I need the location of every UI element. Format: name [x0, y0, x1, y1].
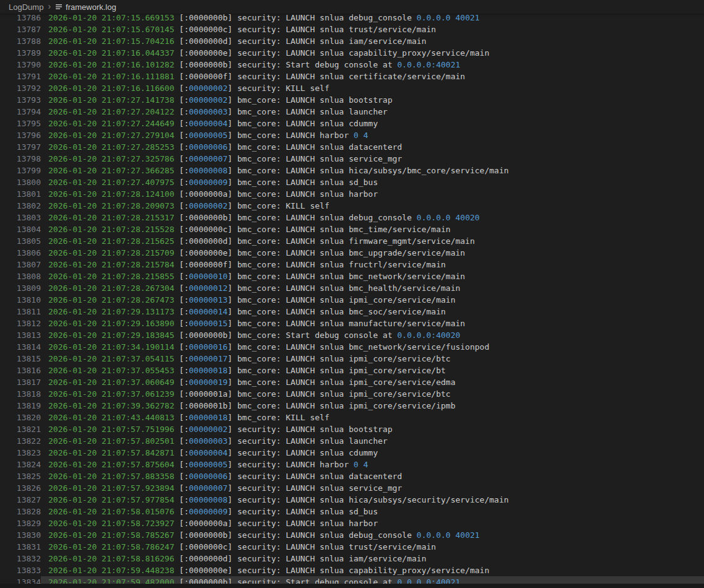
log-line[interactable]: 138082026-01-20 21:07:28.215855 [:000000… [0, 270, 704, 282]
breadcrumb-file[interactable]: framework.log [66, 2, 116, 12]
log-line[interactable]: 138052026-01-20 21:07:28.215625 [:000000… [0, 235, 704, 247]
log-text: 2026-01-20 21:07:58.816296 [:0000000d] s… [41, 553, 704, 564]
log-line[interactable]: 137942026-01-20 21:07:27.204122 [:000000… [0, 106, 704, 118]
log-line[interactable]: 138062026-01-20 21:07:28.215709 [:000000… [0, 247, 704, 259]
log-text: 2026-01-20 21:07:27.407975 [:00000009] b… [41, 176, 704, 188]
log-line[interactable]: 137922026-01-20 21:07:16.116600 [:000000… [0, 82, 704, 94]
log-text: 2026-01-20 21:07:57.977854 [:00000008] s… [41, 494, 704, 506]
line-number: 13830 [0, 529, 41, 541]
log-line[interactable]: 138272026-01-20 21:07:57.977854 [:000000… [0, 494, 704, 506]
line-number: 13825 [0, 470, 41, 482]
log-file-icon [55, 3, 63, 11]
log-text: 2026-01-20 21:07:58.785267 [:0000000b] s… [41, 529, 704, 541]
log-text: 2026-01-20 21:07:34.190114 [:00000016] b… [41, 341, 704, 353]
log-line[interactable]: 137892026-01-20 21:07:16.044337 [:000000… [0, 47, 704, 59]
scrollbar-horizontal[interactable] [0, 584, 704, 588]
line-number: 13802 [0, 200, 41, 212]
log-line[interactable]: 138252026-01-20 21:07:57.883358 [:000000… [0, 470, 704, 482]
log-line[interactable]: 138192026-01-20 21:07:39.362782 [:000000… [0, 400, 704, 412]
log-line[interactable]: 138292026-01-20 21:07:58.723927 [:000000… [0, 517, 704, 529]
log-line[interactable]: 138162026-01-20 21:07:37.055453 [:000000… [0, 365, 704, 376]
line-number: 13813 [0, 329, 41, 341]
log-line[interactable]: 138222026-01-20 21:07:57.802501 [:000000… [0, 435, 704, 447]
line-number: 13801 [0, 188, 41, 200]
log-line[interactable]: 137972026-01-20 21:07:27.285253 [:000000… [0, 141, 704, 153]
log-text: 2026-01-20 21:07:57.802501 [:00000003] s… [41, 435, 704, 447]
line-number: 13832 [0, 553, 41, 564]
line-number: 13821 [0, 423, 41, 435]
log-line[interactable]: 138242026-01-20 21:07:57.875604 [:000000… [0, 459, 704, 470]
line-number: 13804 [0, 223, 41, 235]
log-text: 2026-01-20 21:07:57.923894 [:00000007] s… [41, 482, 704, 494]
log-line[interactable]: 138092026-01-20 21:07:28.267304 [:000000… [0, 282, 704, 294]
log-line[interactable]: 138282026-01-20 21:07:58.015076 [:000000… [0, 506, 704, 517]
line-number: 13809 [0, 282, 41, 294]
line-number: 13794 [0, 106, 41, 118]
log-line[interactable]: 137962026-01-20 21:07:27.279104 [:000000… [0, 129, 704, 141]
log-line[interactable]: 138012026-01-20 21:07:28.124100 [:000000… [0, 188, 704, 200]
log-line[interactable]: 137872026-01-20 21:07:15.670145 [:000000… [0, 24, 704, 35]
log-text: 2026-01-20 21:07:15.704216 [:0000000d] s… [41, 35, 704, 47]
log-text: 2026-01-20 21:07:27.366285 [:00000008] b… [41, 165, 704, 176]
log-line[interactable]: 138182026-01-20 21:07:37.061239 [:000000… [0, 388, 704, 400]
log-text: 2026-01-20 21:07:16.111881 [:0000000f] s… [41, 71, 704, 82]
log-text: 2026-01-20 21:07:15.670145 [:0000000c] s… [41, 24, 704, 35]
line-number: 13824 [0, 459, 41, 470]
line-number: 13831 [0, 541, 41, 553]
log-text: 2026-01-20 21:07:58.723927 [:0000000a] s… [41, 517, 704, 529]
log-text: 2026-01-20 21:07:28.124100 [:0000000a] b… [41, 188, 704, 200]
log-text: 2026-01-20 21:07:28.215784 [:0000000f] b… [41, 259, 704, 270]
log-line[interactable]: 138142026-01-20 21:07:34.190114 [:000000… [0, 341, 704, 353]
line-number: 13811 [0, 306, 41, 318]
log-line[interactable]: 138212026-01-20 21:07:57.751996 [:000000… [0, 423, 704, 435]
log-line[interactable]: 138102026-01-20 21:07:28.267473 [:000000… [0, 294, 704, 306]
log-line[interactable]: 138112026-01-20 21:07:29.131173 [:000000… [0, 306, 704, 318]
log-line[interactable]: 138132026-01-20 21:07:29.183845 [:000000… [0, 329, 704, 341]
log-line[interactable]: 138172026-01-20 21:07:37.060649 [:000000… [0, 376, 704, 388]
log-line[interactable]: 137982026-01-20 21:07:27.325786 [:000000… [0, 153, 704, 165]
log-text: 2026-01-20 21:07:16.044337 [:0000000e] s… [41, 47, 704, 59]
log-text: 2026-01-20 21:07:57.751996 [:00000002] s… [41, 423, 704, 435]
log-line[interactable]: 137952026-01-20 21:07:27.244649 [:000000… [0, 118, 704, 129]
log-text: 2026-01-20 21:07:58.786247 [:0000000c] s… [41, 541, 704, 553]
log-text: 2026-01-20 21:07:28.267473 [:00000013] b… [41, 294, 704, 306]
line-number: 13798 [0, 153, 41, 165]
log-line[interactable]: 138322026-01-20 21:07:58.816296 [:000000… [0, 553, 704, 564]
log-line[interactable]: 138152026-01-20 21:07:37.054115 [:000000… [0, 353, 704, 365]
line-number: 13826 [0, 482, 41, 494]
line-number: 13822 [0, 435, 41, 447]
log-line[interactable]: 138032026-01-20 21:07:28.215317 [:000000… [0, 212, 704, 223]
log-line[interactable]: 138202026-01-20 21:07:43.440813 [:000000… [0, 412, 704, 423]
log-line[interactable]: 138022026-01-20 21:07:28.209073 [:000000… [0, 200, 704, 212]
breadcrumb-folder[interactable]: LogDump [9, 2, 43, 12]
log-text: 2026-01-20 21:07:27.204122 [:00000003] b… [41, 106, 704, 118]
log-line[interactable]: 138332026-01-20 21:07:59.448238 [:000000… [0, 564, 704, 576]
chevron-right-icon: › [48, 2, 51, 11]
log-text: 2026-01-20 21:07:28.267304 [:00000012] b… [41, 282, 704, 294]
log-text: 2026-01-20 21:07:16.101282 [:0000000b] s… [41, 59, 704, 71]
line-number: 13807 [0, 259, 41, 270]
log-line[interactable]: 137932026-01-20 21:07:27.141738 [:000000… [0, 94, 704, 106]
log-text: 2026-01-20 21:07:37.060649 [:00000019] b… [41, 376, 704, 388]
log-line[interactable]: 138312026-01-20 21:07:58.786247 [:000000… [0, 541, 704, 553]
log-line[interactable]: 137992026-01-20 21:07:27.366285 [:000000… [0, 165, 704, 176]
log-line[interactable]: 138072026-01-20 21:07:28.215784 [:000000… [0, 259, 704, 270]
log-line[interactable]: 138232026-01-20 21:07:57.842871 [:000000… [0, 447, 704, 459]
line-number: 13828 [0, 506, 41, 517]
log-line[interactable]: 137912026-01-20 21:07:16.111881 [:000000… [0, 71, 704, 82]
log-text: 2026-01-20 21:07:28.209073 [:00000002] b… [41, 200, 704, 212]
log-line[interactable]: 138262026-01-20 21:07:57.923894 [:000000… [0, 482, 704, 494]
log-line[interactable]: 138002026-01-20 21:07:27.407975 [:000000… [0, 176, 704, 188]
log-line[interactable]: 137882026-01-20 21:07:15.704216 [:000000… [0, 35, 704, 47]
log-text: 2026-01-20 21:07:27.325786 [:00000007] b… [41, 153, 704, 165]
log-line[interactable]: 138302026-01-20 21:07:58.785267 [:000000… [0, 529, 704, 541]
log-line[interactable]: 137902026-01-20 21:07:16.101282 [:000000… [0, 59, 704, 71]
log-line[interactable]: 138122026-01-20 21:07:29.163890 [:000000… [0, 318, 704, 329]
line-number: 13808 [0, 270, 41, 282]
line-number: 13806 [0, 247, 41, 259]
line-number: 13833 [0, 564, 41, 576]
log-line[interactable]: 138042026-01-20 21:07:28.215528 [:000000… [0, 223, 704, 235]
log-text: 2026-01-20 21:07:59.448238 [:0000000e] s… [41, 564, 704, 576]
log-text: 2026-01-20 21:07:57.883358 [:00000006] s… [41, 470, 704, 482]
log-text: 2026-01-20 21:07:27.285253 [:00000006] b… [41, 141, 704, 153]
